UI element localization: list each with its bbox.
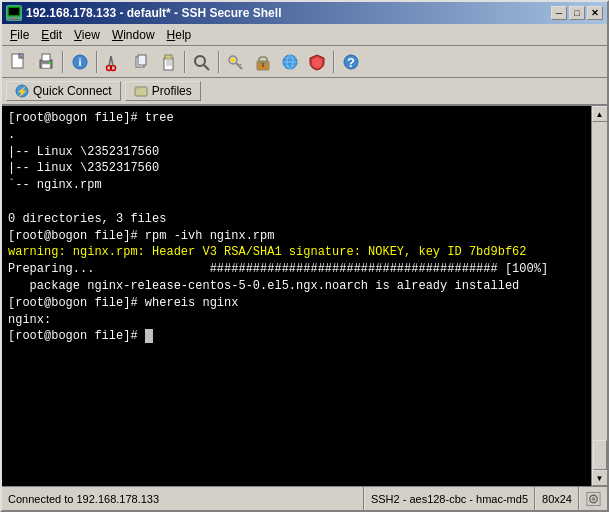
minimize-button[interactable]: ─ [551, 6, 567, 20]
svg-point-14 [111, 65, 116, 70]
window-title: 192.168.178.133 - default* - SSH Secure … [26, 6, 281, 20]
toolbar-print-btn[interactable] [33, 49, 59, 75]
status-icon-btn[interactable] [579, 487, 607, 510]
toolbar-sep-2 [96, 51, 98, 73]
quick-connect-icon: ⚡ [15, 84, 29, 98]
toolbar-sep-1 [62, 51, 64, 73]
svg-rect-19 [164, 58, 173, 70]
svg-line-28 [239, 64, 241, 66]
toolbar-paste-btn[interactable] [155, 49, 181, 75]
svg-rect-20 [165, 55, 172, 59]
menu-file[interactable]: File [4, 26, 35, 44]
status-dimensions: 80x24 [535, 487, 579, 510]
terminal-whereis-cmd: [root@bogon file]# whereis nginx nginx: … [8, 296, 238, 344]
toolbar-globe-btn[interactable] [277, 49, 303, 75]
toolbar-help-btn[interactable]: ? [338, 49, 364, 75]
status-settings-icon [586, 491, 601, 507]
close-button[interactable]: ✕ [587, 6, 603, 20]
profiles-button[interactable]: Profiles [125, 81, 201, 101]
svg-rect-9 [42, 64, 50, 68]
menu-view[interactable]: View [68, 26, 106, 44]
scroll-up-button[interactable]: ▲ [592, 106, 608, 122]
svg-text:?: ? [347, 55, 355, 70]
status-connection: Connected to 192.168.178.133 [2, 487, 364, 510]
toolbar-sep-5 [333, 51, 335, 73]
svg-line-16 [111, 56, 113, 66]
status-bar: Connected to 192.168.178.133 SSH2 - aes1… [2, 486, 607, 510]
svg-point-46 [592, 497, 596, 501]
menu-bar: File Edit View Window Help [2, 24, 607, 46]
svg-text:⚡: ⚡ [16, 85, 29, 98]
menu-edit[interactable]: Edit [35, 26, 68, 44]
scroll-track[interactable] [592, 122, 607, 470]
toolbar-cut-btn[interactable] [101, 49, 127, 75]
terminal-pkg-msg: package nginx-release-centos-5-0.el5.ngx… [8, 279, 519, 293]
svg-rect-2 [11, 17, 17, 19]
svg-point-10 [48, 62, 50, 64]
toolbar-shield-btn[interactable] [304, 49, 330, 75]
terminal[interactable]: [root@bogon file]# tree . |-- Linux \235… [2, 106, 591, 486]
svg-point-24 [195, 56, 205, 66]
toolbar-icon3-btn[interactable]: i [67, 49, 93, 75]
menu-window[interactable]: Window [106, 26, 161, 44]
title-controls: ─ □ ✕ [551, 6, 603, 20]
toolbar: i [2, 46, 607, 78]
toolbar-key1-btn[interactable] [223, 49, 249, 75]
profiles-label: Profiles [152, 84, 192, 98]
app-icon [6, 5, 22, 21]
terminal-warning: warning: nginx.rpm: Header V3 RSA/SHA1 s… [8, 245, 526, 259]
title-bar: 192.168.178.133 - default* - SSH Secure … [2, 2, 607, 24]
main-window: 192.168.178.133 - default* - SSH Secure … [0, 0, 609, 512]
terminal-scrollbar[interactable]: ▲ ▼ [591, 106, 607, 486]
maximize-button[interactable]: □ [569, 6, 585, 20]
quick-connect-bar: ⚡ Quick Connect Profiles [2, 78, 607, 106]
terminal-container: [root@bogon file]# tree . |-- Linux \235… [2, 106, 607, 486]
svg-rect-8 [42, 54, 50, 61]
terminal-progress: [100%] [498, 262, 548, 276]
title-bar-text: 192.168.178.133 - default* - SSH Secure … [6, 5, 551, 21]
toolbar-find-btn[interactable] [189, 49, 215, 75]
svg-rect-1 [9, 8, 19, 15]
svg-line-25 [204, 65, 209, 70]
profiles-icon [134, 84, 148, 98]
terminal-line-1: [root@bogon file]# tree . |-- Linux \235… [8, 111, 274, 243]
toolbar-key2-btn[interactable] [250, 49, 276, 75]
scroll-down-button[interactable]: ▼ [592, 470, 608, 486]
status-encryption: SSH2 - aes128-cbc - hmac-md5 [364, 487, 535, 510]
scroll-thumb[interactable] [593, 440, 607, 470]
toolbar-sep-3 [184, 51, 186, 73]
toolbar-sep-4 [218, 51, 220, 73]
svg-rect-3 [9, 19, 19, 20]
svg-point-29 [231, 58, 235, 62]
quick-connect-label: Quick Connect [33, 84, 112, 98]
toolbar-copy-btn[interactable] [128, 49, 154, 75]
svg-rect-32 [262, 63, 264, 67]
svg-rect-18 [138, 55, 146, 65]
terminal-preparing: Preparing... ###########################… [8, 262, 498, 276]
svg-text:i: i [78, 56, 81, 68]
quick-connect-button[interactable]: ⚡ Quick Connect [6, 81, 121, 101]
menu-help[interactable]: Help [161, 26, 198, 44]
toolbar-new-btn[interactable] [6, 49, 32, 75]
terminal-cursor [145, 329, 153, 343]
